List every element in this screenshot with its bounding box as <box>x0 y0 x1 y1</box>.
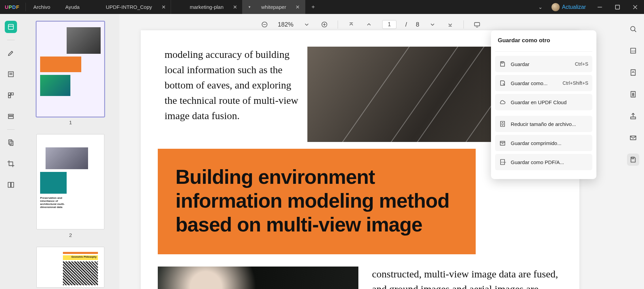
tab-label: marketing-plan <box>190 4 223 10</box>
cloud-icon <box>499 99 506 106</box>
close-icon[interactable]: ✕ <box>233 5 237 10</box>
main-area: 1 Preservation and inheritance of archit… <box>0 14 644 289</box>
save-compressed-button[interactable]: Guardar comprimido... <box>495 135 592 151</box>
upgrade-button[interactable]: Actualizar <box>547 3 591 11</box>
document-viewer[interactable]: 182% 1 / 8 <box>119 14 622 289</box>
thumbnail-page-3[interactable]: Geometric Philosophy <box>36 247 104 288</box>
email-button[interactable] <box>627 132 639 144</box>
organize-pages-button[interactable] <box>5 89 17 101</box>
menu-label: Guardar como PDF/A... <box>511 159 588 165</box>
tab-marketing-plan[interactable]: marketing-plan ✕ <box>171 0 242 14</box>
first-page-button[interactable] <box>347 20 356 29</box>
share-button[interactable] <box>627 110 639 122</box>
body-paragraph: modeling accuracy of building local info… <box>141 47 307 142</box>
svg-rect-41 <box>631 117 636 119</box>
zoom-dropdown-icon[interactable] <box>302 20 311 29</box>
compress-icon <box>499 121 506 127</box>
svg-rect-16 <box>8 182 11 188</box>
menu-label: Guardar comprimido... <box>511 140 588 146</box>
reduce-size-button[interactable]: Reducir tamaño de archivo... <box>495 116 592 132</box>
svg-rect-11 <box>9 96 11 98</box>
inline-image <box>158 267 358 289</box>
svg-rect-1 <box>615 5 620 9</box>
protect-button[interactable] <box>627 88 639 100</box>
menu-archivo[interactable]: Archivo <box>26 0 58 14</box>
body-paragraph: constructed, multi-view image data are f… <box>358 267 579 289</box>
window-close-icon[interactable] <box>626 4 644 11</box>
last-page-button[interactable] <box>446 20 455 29</box>
page-separator: / <box>405 21 407 28</box>
archive-icon <box>499 140 506 146</box>
prev-page-button[interactable] <box>365 20 373 29</box>
svg-rect-28 <box>501 122 505 127</box>
crop-button[interactable] <box>5 158 17 170</box>
shortcut: Ctrl+Shift+S <box>563 80 588 86</box>
tab-label: whitepaper <box>261 4 286 10</box>
svg-rect-38 <box>631 70 635 76</box>
annotate-button[interactable] <box>5 47 17 59</box>
page-input[interactable]: 1 <box>382 20 396 29</box>
convert-button[interactable] <box>627 66 639 79</box>
svg-rect-12 <box>9 114 14 116</box>
save-as-other-button[interactable] <box>627 154 639 166</box>
right-tool-rail: OCR <box>622 14 644 289</box>
zoom-in-button[interactable] <box>320 20 329 29</box>
svg-text:PDF/A: PDF/A <box>501 161 506 163</box>
svg-rect-27 <box>502 62 503 63</box>
chevron-down-icon[interactable]: ▾ <box>247 5 252 10</box>
titlebar: UPDF Archivo Ayuda UPDF-INTRO_Copy ✕ mar… <box>0 0 644 14</box>
close-icon[interactable]: ✕ <box>295 5 300 10</box>
save-cloud-button[interactable]: Guardar en UPDF Cloud <box>495 94 592 110</box>
save-as-icon <box>499 80 506 86</box>
thumbnail-title: Geometric Philosophy <box>71 256 97 258</box>
ocr-button[interactable]: OCR <box>627 45 639 57</box>
thumbnail-panel[interactable]: 1 Preservation and inheritance of archit… <box>22 14 119 289</box>
svg-rect-15 <box>10 141 13 145</box>
separator <box>338 20 338 29</box>
window-maximize-icon[interactable] <box>609 4 626 11</box>
separator <box>7 40 15 40</box>
svg-rect-29 <box>500 141 505 145</box>
thumbnail-number: 2 <box>36 232 105 238</box>
tab-updf-intro[interactable]: UPDF-INTRO_Copy ✕ <box>87 0 171 14</box>
save-as-button[interactable]: Guardar como... Ctrl+Shift+S <box>495 75 592 91</box>
upgrade-label: Actualizar <box>562 4 586 10</box>
window-minimize-icon[interactable] <box>591 4 609 11</box>
presentation-mode-button[interactable] <box>473 20 481 29</box>
save-pdfa-button[interactable]: PDF/A Guardar como PDF/A... <box>495 154 592 170</box>
svg-rect-9 <box>9 93 11 95</box>
zoom-out-button[interactable] <box>260 20 269 29</box>
close-icon[interactable]: ✕ <box>161 5 166 10</box>
thumbnail-caption: Preservation and inheritance of architec… <box>40 196 72 209</box>
menu-ayuda[interactable]: Ayuda <box>58 0 87 14</box>
reader-mode-button[interactable] <box>5 21 17 33</box>
menu-label: Guardar <box>511 61 570 67</box>
left-tool-rail <box>0 14 22 289</box>
add-tab-button[interactable]: ＋ <box>305 0 321 14</box>
zoom-level: 182% <box>278 21 293 28</box>
svg-rect-4 <box>9 25 14 30</box>
svg-text:OCR: OCR <box>631 50 637 52</box>
svg-line-35 <box>634 30 636 32</box>
tab-whitepaper[interactable]: ▾ whitepaper ✕ <box>242 0 305 14</box>
menu-label: Guardar en UPDF Cloud <box>511 99 588 105</box>
app-logo: UPDF <box>0 0 26 14</box>
search-button[interactable] <box>627 23 639 35</box>
thumbnail-page-1[interactable] <box>36 21 104 117</box>
menu-label: Guardar como... <box>511 80 558 86</box>
separator <box>463 20 464 29</box>
edit-text-button[interactable] <box>5 68 17 80</box>
overflow-chevron-icon[interactable]: ⌄ <box>535 4 547 10</box>
thumbnail-page-2[interactable]: Preservation and inheritance of architec… <box>36 134 104 229</box>
popover-title: Guardar como otro <box>495 35 592 49</box>
form-button[interactable] <box>5 110 17 123</box>
save-icon <box>499 61 506 67</box>
redact-button[interactable] <box>5 137 17 149</box>
next-page-button[interactable] <box>428 20 437 29</box>
separator <box>495 51 592 52</box>
svg-rect-43 <box>632 157 634 159</box>
compare-button[interactable] <box>5 179 17 191</box>
save-button[interactable]: Guardar Ctrl+S <box>495 56 592 72</box>
page-total: 8 <box>416 21 419 28</box>
svg-rect-17 <box>11 182 14 188</box>
